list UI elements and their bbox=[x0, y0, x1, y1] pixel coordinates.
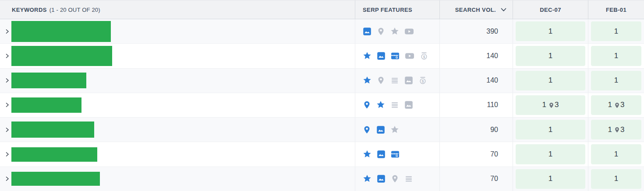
keyword-cell bbox=[0, 93, 355, 117]
rank-value: 1 bbox=[608, 101, 612, 109]
rank-value: 1 bbox=[614, 27, 618, 36]
map-pin-icon bbox=[614, 102, 620, 108]
rank-cell-dec-07: 1 bbox=[513, 142, 588, 166]
redacted-keyword-bar bbox=[11, 122, 94, 138]
search-volume-value: 70 bbox=[490, 175, 498, 183]
serp-features-cell bbox=[355, 93, 439, 117]
keyword-cell bbox=[0, 44, 355, 68]
redacted-keyword-bar bbox=[11, 73, 86, 88]
rank-value: 1 bbox=[614, 150, 618, 159]
keyword-cell bbox=[0, 142, 355, 166]
expand-row-chevron-icon[interactable] bbox=[5, 102, 9, 108]
rank-cell-feb-01: 1 bbox=[588, 167, 644, 191]
svg-text:$: $ bbox=[423, 55, 425, 59]
serp-feature-star-icon bbox=[363, 52, 372, 60]
rank-badge: 13 bbox=[516, 95, 585, 115]
rank-value: 1 bbox=[548, 150, 552, 159]
column-header-dec-07: DEC-07 bbox=[513, 0, 588, 19]
table-row[interactable]: 390 1 1 bbox=[0, 19, 644, 44]
rank-value: 1 bbox=[542, 101, 546, 109]
serp-feature-list-icon bbox=[390, 76, 399, 85]
search-volume-value: 70 bbox=[490, 150, 498, 158]
column-header-keywords: KEYWORDS (1 - 20 OUT OF 20) bbox=[0, 0, 355, 19]
column-header-search-volume[interactable]: SEARCH VOL. bbox=[439, 0, 513, 19]
serp-feature-image-icon bbox=[376, 125, 385, 134]
map-pin-icon bbox=[548, 102, 554, 108]
rank-badge: 13 bbox=[591, 120, 641, 139]
chevron-down-icon[interactable] bbox=[501, 8, 506, 12]
search-volume-cell: 70 bbox=[439, 142, 513, 166]
expand-row-chevron-icon[interactable] bbox=[5, 53, 9, 59]
rank-cell-dec-07: 1 bbox=[513, 118, 588, 142]
dec-07-header-label: DEC-07 bbox=[540, 7, 561, 13]
serp-features-cell bbox=[355, 118, 439, 142]
redacted-keyword-bar bbox=[11, 97, 81, 113]
rank-value: 1 bbox=[608, 125, 612, 134]
serp-features-cell: G bbox=[355, 142, 439, 166]
rank-cell-feb-01: 1 bbox=[588, 142, 644, 166]
serp-feature-star-icon bbox=[390, 27, 399, 36]
table-row[interactable]: G 70 1 1 bbox=[0, 142, 644, 167]
table-row[interactable]: $ 140 1 1 bbox=[0, 69, 644, 93]
table-row[interactable]: 110 13 13 bbox=[0, 93, 644, 118]
serp-feature-storefront-icon: G bbox=[391, 52, 400, 60]
expand-row-chevron-icon[interactable] bbox=[5, 176, 9, 181]
serp-features-cell: G$ bbox=[355, 44, 439, 68]
feb-01-header-label: FEB-01 bbox=[606, 7, 626, 13]
rank-value: 1 bbox=[614, 52, 618, 60]
redacted-keyword-bar bbox=[11, 46, 112, 66]
rank-value: 1 bbox=[548, 52, 552, 60]
expand-row-chevron-icon[interactable] bbox=[5, 152, 9, 157]
column-header-feb-01: FEB-01 bbox=[588, 0, 644, 19]
search-volume-cell: 390 bbox=[439, 19, 513, 43]
rank-badge: 1 bbox=[591, 46, 641, 66]
search-volume-header-label: SEARCH VOL. bbox=[455, 7, 496, 13]
table-row[interactable]: 90 1 13 bbox=[0, 118, 644, 142]
keywords-header-range: (1 - 20 OUT OF 20) bbox=[50, 7, 100, 13]
serp-feature-image-icon bbox=[377, 174, 386, 183]
serp-feature-pin-icon bbox=[363, 125, 371, 134]
rank-badge: 1 bbox=[516, 21, 585, 41]
serp-feature-star-icon bbox=[363, 76, 372, 85]
serp-feature-pin-icon bbox=[391, 174, 399, 183]
search-volume-cell: 140 bbox=[439, 44, 513, 68]
local-pack-rank: 3 bbox=[548, 101, 559, 109]
rank-cell-dec-07: 1 bbox=[513, 44, 588, 68]
svg-text:G: G bbox=[396, 154, 398, 157]
table-header: KEYWORDS (1 - 20 OUT OF 20) SERP FEATURE… bbox=[0, 0, 644, 19]
search-volume-cell: 70 bbox=[439, 167, 513, 191]
rank-badge: 1 bbox=[516, 144, 585, 164]
local-pack-rank-value: 3 bbox=[555, 101, 559, 109]
expand-row-chevron-icon[interactable] bbox=[5, 78, 9, 83]
map-pin-icon bbox=[614, 127, 620, 133]
rank-badge: 1 bbox=[516, 46, 585, 66]
rank-cell-feb-01: 1 bbox=[588, 69, 644, 93]
serp-feature-image-icon bbox=[363, 27, 372, 36]
serp-feature-star-icon bbox=[363, 174, 372, 183]
serp-feature-shopping-icon: $ bbox=[420, 52, 428, 60]
rank-cell-dec-07: 13 bbox=[513, 93, 588, 117]
table-row[interactable]: G$ 140 1 1 bbox=[0, 44, 644, 68]
rank-badge: 1 bbox=[516, 71, 585, 90]
search-volume-cell: 110 bbox=[439, 93, 513, 117]
expand-row-chevron-icon[interactable] bbox=[5, 127, 9, 132]
table-row[interactable]: 70 1 1 bbox=[0, 167, 644, 191]
redacted-keyword-bar bbox=[11, 147, 97, 162]
rank-value: 1 bbox=[548, 125, 552, 134]
rank-badge: 1 bbox=[591, 144, 641, 164]
column-header-serp-features: SERP FEATURES bbox=[355, 0, 439, 19]
serp-feature-image-icon bbox=[404, 76, 413, 85]
redacted-keyword-bar bbox=[11, 21, 111, 42]
redacted-keyword-bar bbox=[11, 172, 100, 186]
serp-features-header-label: SERP FEATURES bbox=[363, 7, 412, 13]
keyword-rankings-table: KEYWORDS (1 - 20 OUT OF 20) SERP FEATURE… bbox=[0, 0, 644, 191]
search-volume-value: 140 bbox=[486, 76, 498, 84]
rank-badge: 1 bbox=[591, 169, 641, 189]
svg-text:$: $ bbox=[422, 79, 424, 83]
keyword-cell bbox=[0, 19, 355, 43]
expand-row-chevron-icon[interactable] bbox=[5, 29, 9, 34]
serp-features-cell bbox=[355, 167, 439, 191]
rank-value: 1 bbox=[614, 76, 618, 85]
serp-feature-star-icon bbox=[390, 125, 399, 134]
serp-feature-pin-icon bbox=[363, 101, 371, 109]
